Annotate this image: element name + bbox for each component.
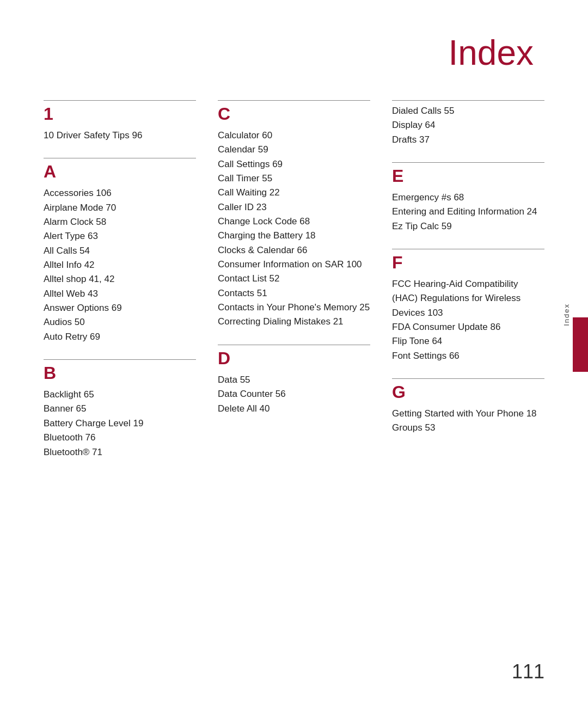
section-divider xyxy=(44,359,196,360)
section-items: Emergency #s 68Entering and Editing Info… xyxy=(392,191,544,234)
list-item: Getting Started with Your Phone 18 xyxy=(392,407,544,421)
section-divider xyxy=(392,100,544,101)
list-item: Entering and Editing Information 24 xyxy=(392,205,544,219)
list-item: Call Settings 69 xyxy=(218,157,370,171)
section-col2-1: DData 55Data Counter 56Delete All 40 xyxy=(218,345,370,416)
section-col1-1: AAccessories 106Airplane Mode 70Alarm Cl… xyxy=(44,158,196,344)
list-item: Contacts 51 xyxy=(218,286,370,301)
list-item: Audios 50 xyxy=(44,315,196,329)
section-letter-B: B xyxy=(44,363,196,383)
list-item: Contact List 52 xyxy=(218,272,370,286)
list-item: Call Waiting 22 xyxy=(218,186,370,200)
list-item: Data 55 xyxy=(218,373,370,387)
list-item: Emergency #s 68 xyxy=(392,191,544,205)
list-item: Battery Charge Level 19 xyxy=(44,416,196,431)
section-items: Accessories 106Airplane Mode 70Alarm Clo… xyxy=(44,186,196,344)
list-item: Charging the Battery 18 xyxy=(218,229,370,243)
section-col3-3: GGetting Started with Your Phone 18Group… xyxy=(392,378,544,436)
list-item: Answer Options 69 xyxy=(44,301,196,315)
list-item: Drafts 37 xyxy=(392,133,544,147)
list-item: Airplane Mode 70 xyxy=(44,201,196,215)
section-letter-1: 1 xyxy=(44,104,196,124)
section-letter-G: G xyxy=(392,382,544,402)
section-divider xyxy=(44,158,196,158)
list-item: 10 Driver Safety Tips 96 xyxy=(44,128,196,143)
list-item: Calendar 59 xyxy=(218,143,370,157)
list-item: Alert Type 63 xyxy=(44,229,196,243)
list-item: Alltel Web 43 xyxy=(44,287,196,301)
section-letter-A: A xyxy=(44,162,196,182)
section-items: 10 Driver Safety Tips 96 xyxy=(44,128,196,143)
section-col1-2: BBacklight 65Banner 65Battery Charge Lev… xyxy=(44,359,196,459)
list-item: Call Timer 55 xyxy=(218,171,370,186)
section-divider xyxy=(392,249,544,249)
list-item: Auto Retry 69 xyxy=(44,330,196,344)
page-number: 111 xyxy=(512,660,544,683)
list-item: Delete All 40 xyxy=(218,402,370,416)
list-item: Alltel shop 41, 42 xyxy=(44,272,196,286)
section-col3-2: FFCC Hearing-Aid Compatibility (HAC) Reg… xyxy=(392,249,544,363)
section-divider xyxy=(218,100,370,101)
section-items: Dialed Calls 55Display 64Drafts 37 xyxy=(392,104,544,147)
content-area: 110 Driver Safety Tips 96AAccessories 10… xyxy=(44,100,544,475)
sidebar-tab xyxy=(573,317,588,372)
list-item: Change Lock Code 68 xyxy=(218,214,370,229)
list-item: Bluetooth® 71 xyxy=(44,445,196,459)
list-item: All Calls 54 xyxy=(44,244,196,258)
section-divider xyxy=(392,378,544,379)
page-title: Index xyxy=(44,33,544,73)
section-col1-0: 110 Driver Safety Tips 96 xyxy=(44,100,196,143)
list-item: Contacts in Your Phone's Memory 25 xyxy=(218,301,370,315)
section-letter-E: E xyxy=(392,166,544,186)
column-3: Dialed Calls 55Display 64Drafts 37EEmerg… xyxy=(392,100,544,475)
section-items: Calculator 60Calendar 59Call Settings 69… xyxy=(218,128,370,329)
list-item: Consumer Information on SAR 100 xyxy=(218,258,370,272)
list-item: Alltel Info 42 xyxy=(44,258,196,272)
list-item: Accessories 106 xyxy=(44,186,196,200)
sidebar-index-text: Index xyxy=(562,303,571,326)
list-item: Ez Tip Calc 59 xyxy=(392,219,544,234)
list-item: FDA Consumer Update 86 xyxy=(392,320,544,334)
list-item: Banner 65 xyxy=(44,402,196,416)
section-divider xyxy=(218,345,370,345)
list-item: Alarm Clock 58 xyxy=(44,215,196,229)
section-letter-C: C xyxy=(218,104,370,124)
section-items: Data 55Data Counter 56Delete All 40 xyxy=(218,373,370,416)
list-item: Dialed Calls 55 xyxy=(392,104,544,118)
column-1: 110 Driver Safety Tips 96AAccessories 10… xyxy=(44,100,196,475)
section-items: FCC Hearing-Aid Compatibility (HAC) Regu… xyxy=(392,277,544,363)
list-item: Display 64 xyxy=(392,118,544,132)
section-letter-F: F xyxy=(392,253,544,273)
section-letter-D: D xyxy=(218,348,370,369)
page: Index 110 Driver Safety Tips 96AAccessor… xyxy=(0,0,588,705)
section-items: Getting Started with Your Phone 18Groups… xyxy=(392,407,544,436)
list-item: Groups 53 xyxy=(392,421,544,435)
list-item: Calculator 60 xyxy=(218,128,370,143)
list-item: Caller ID 23 xyxy=(218,200,370,214)
section-col3-0: Dialed Calls 55Display 64Drafts 37 xyxy=(392,100,544,147)
list-item: Correcting Dialing Mistakes 21 xyxy=(218,315,370,329)
section-col3-1: EEmergency #s 68Entering and Editing Inf… xyxy=(392,162,544,234)
list-item: Flip Tone 64 xyxy=(392,334,544,348)
list-item: Bluetooth 76 xyxy=(44,431,196,445)
list-item: Backlight 65 xyxy=(44,388,196,402)
list-item: Data Counter 56 xyxy=(218,387,370,401)
list-item: Font Settings 66 xyxy=(392,349,544,363)
list-item: Clocks & Calendar 66 xyxy=(218,243,370,258)
section-divider xyxy=(392,162,544,163)
section-divider xyxy=(44,100,196,101)
column-2: CCalculator 60Calendar 59Call Settings 6… xyxy=(218,100,370,475)
section-items: Backlight 65Banner 65Battery Charge Leve… xyxy=(44,388,196,459)
list-item: FCC Hearing-Aid Compatibility (HAC) Regu… xyxy=(392,277,544,320)
section-col2-0: CCalculator 60Calendar 59Call Settings 6… xyxy=(218,100,370,329)
